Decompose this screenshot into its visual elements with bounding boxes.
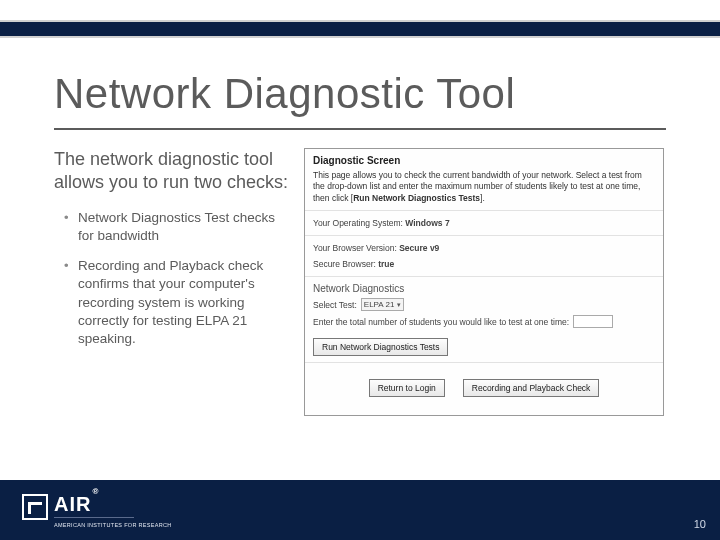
browser-row: Your Browser Version: Secure v9 [313, 243, 655, 253]
right-column: Diagnostic Screen This page allows you t… [304, 148, 664, 416]
slide: Network Diagnostic Tool The network diag… [0, 0, 720, 540]
secure-label: Secure Browser: [313, 259, 376, 269]
diagnostic-panel: Diagnostic Screen This page allows you t… [304, 148, 664, 416]
select-test-value: ELPA 21 [364, 300, 395, 309]
logo-mark-icon [22, 494, 48, 520]
logo-subtitle: AMERICAN INSTITUTES FOR RESEARCH [54, 522, 171, 528]
logo-air-text: AIR® [54, 494, 171, 514]
left-column: The network diagnostic tool allows you t… [54, 148, 294, 416]
select-test-row: Select Test: ELPA 21 ▾ [313, 298, 655, 311]
air-logo: AIR® AMERICAN INSTITUTES FOR RESEARCH [22, 494, 171, 528]
footer-band: AIR® AMERICAN INSTITUTES FOR RESEARCH 10 [0, 480, 720, 540]
secure-row: Secure Browser: true [313, 259, 655, 269]
select-test-label: Select Test: [313, 300, 357, 310]
panel-browser-section: Your Browser Version: Secure v9 Secure B… [305, 236, 663, 277]
panel-footer-section: Return to Login Recording and Playback C… [305, 363, 663, 415]
intro-text: The network diagnostic tool allows you t… [54, 148, 294, 195]
registered-icon: ® [92, 487, 99, 496]
page-number: 10 [694, 518, 706, 530]
panel-network-section: Network Diagnostics Select Test: ELPA 21… [305, 277, 663, 363]
os-row: Your Operating System: Windows 7 [313, 218, 655, 228]
browser-value: Secure v9 [399, 243, 439, 253]
logo-rule [54, 517, 134, 518]
chevron-down-icon: ▾ [397, 301, 401, 309]
panel-header-section: Diagnostic Screen This page allows you t… [305, 149, 663, 211]
logo-air-letters: AIR [54, 493, 91, 515]
os-value: Windows 7 [405, 218, 449, 228]
return-login-button[interactable]: Return to Login [369, 379, 445, 397]
students-label: Enter the total number of students you w… [313, 317, 569, 327]
slide-title: Network Diagnostic Tool [54, 70, 515, 118]
title-rule [54, 128, 666, 130]
logo-text: AIR® AMERICAN INSTITUTES FOR RESEARCH [54, 494, 171, 528]
panel-desc-part: ]. [480, 193, 485, 203]
panel-heading: Diagnostic Screen [313, 155, 655, 166]
bullet-list: Network Diagnostics Test checks for band… [54, 209, 294, 349]
recording-playback-button[interactable]: Recording and Playback Check [463, 379, 600, 397]
browser-label: Your Browser Version: [313, 243, 397, 253]
panel-desc-bold: Run Network Diagnostics Tests [353, 193, 480, 203]
bullet-item: Network Diagnostics Test checks for band… [64, 209, 294, 245]
content-area: The network diagnostic tool allows you t… [54, 148, 666, 416]
students-row: Enter the total number of students you w… [313, 315, 655, 328]
students-input[interactable] [573, 315, 613, 328]
select-test-dropdown[interactable]: ELPA 21 ▾ [361, 298, 405, 311]
run-diagnostics-button[interactable]: Run Network Diagnostics Tests [313, 338, 448, 356]
panel-os-section: Your Operating System: Windows 7 [305, 211, 663, 236]
bullet-item: Recording and Playback check confirms th… [64, 257, 294, 348]
panel-description: This page allows you to check the curren… [313, 170, 655, 204]
top-band [0, 20, 720, 38]
os-label: Your Operating System: [313, 218, 403, 228]
secure-value: true [378, 259, 394, 269]
footer-button-row: Return to Login Recording and Playback C… [313, 369, 655, 409]
nd-heading: Network Diagnostics [313, 283, 655, 294]
run-row: Run Network Diagnostics Tests [313, 332, 655, 356]
